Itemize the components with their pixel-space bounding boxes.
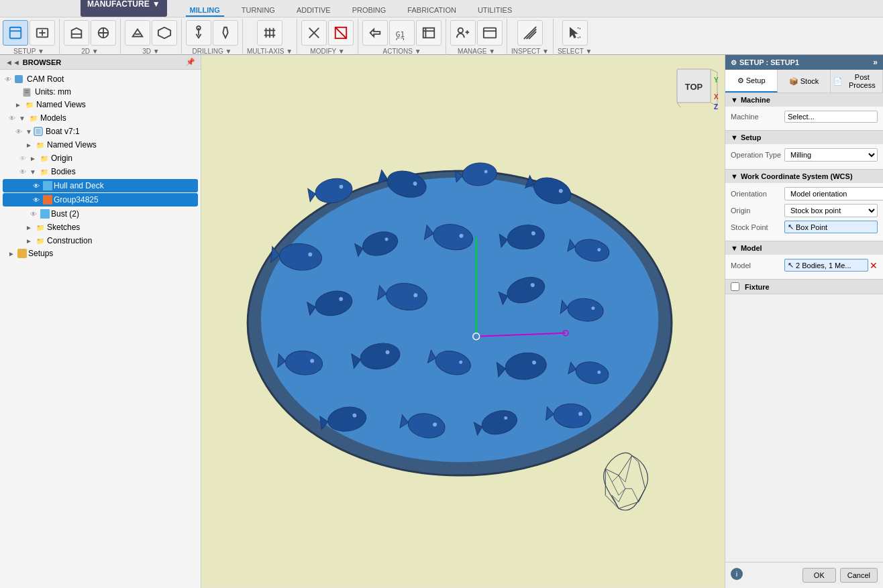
eye-icon-bust2[interactable]: 👁 bbox=[28, 209, 39, 219]
svg-rect-11 bbox=[423, 28, 435, 38]
inspect-btn[interactable] bbox=[517, 20, 543, 46]
bodies-label: Bodies bbox=[51, 167, 201, 176]
modify-btn-1[interactable] bbox=[301, 20, 327, 46]
machine-section-header[interactable]: ▼ Machine bbox=[725, 93, 883, 107]
operation-type-select[interactable]: Milling Turning Mill/Turn bbox=[784, 148, 878, 162]
operation-type-row: Operation Type Milling Turning Mill/Turn bbox=[731, 148, 878, 162]
tree-item-origin[interactable]: 👁 ► 📁 Origin bbox=[0, 152, 201, 165]
svg-point-97 bbox=[473, 333, 480, 340]
actions-btn-3[interactable] bbox=[416, 20, 442, 46]
arrow-origin: ► bbox=[28, 155, 38, 162]
tab-utilities[interactable]: UTILITIES bbox=[474, 5, 516, 17]
sketches-label: Sketches bbox=[47, 223, 201, 232]
eye-icon-group34825[interactable]: 👁 bbox=[31, 194, 42, 205]
eye-icon-cam-root[interactable]: 👁 bbox=[3, 74, 13, 84]
multiaxis-btn[interactable] bbox=[257, 20, 282, 46]
actions-btn-2[interactable]: G1 G2 bbox=[389, 20, 415, 46]
machine-section: ▼ Machine Machine Select... bbox=[725, 93, 883, 131]
drilling-btn-2[interactable] bbox=[213, 20, 238, 46]
eye-icon-bodies[interactable]: 👁 bbox=[17, 166, 28, 177]
tree-item-named-views[interactable]: ► 📁 Named Views bbox=[0, 98, 201, 111]
svg-line-103 bbox=[677, 103, 680, 107]
setup-btn-2[interactable] bbox=[30, 20, 55, 46]
manage-btn-1[interactable] bbox=[450, 20, 476, 46]
browser-header: ◄◄ BROWSER 📌 bbox=[0, 55, 201, 70]
tree-item-bust2[interactable]: 👁 Bust (2) bbox=[0, 207, 201, 221]
manage-group: MANAGE ▼ bbox=[450, 19, 507, 56]
post-process-tab-icon: 📄 bbox=[833, 77, 843, 86]
fixture-checkbox[interactable] bbox=[731, 282, 739, 291]
named-views-2-label: Named Views bbox=[47, 140, 201, 150]
tree-item-sketches[interactable]: ► 📁 Sketches bbox=[0, 221, 201, 234]
origin-select[interactable]: Stock box point Model origin Selected po… bbox=[784, 204, 878, 217]
browser-collapse-btn[interactable]: ◄◄ bbox=[5, 58, 20, 66]
construction-label: Construction bbox=[47, 236, 201, 245]
eye-icon-boat[interactable]: 👁 bbox=[13, 126, 24, 137]
tree-item-cam-root[interactable]: 👁 CAM Root bbox=[0, 72, 201, 86]
origin-label: Origin bbox=[51, 154, 201, 163]
model-label: Model bbox=[731, 261, 784, 270]
tool-buttons: SETUP ▼ 2D ▼ bbox=[0, 17, 883, 58]
drilling-btn[interactable] bbox=[186, 20, 211, 46]
tree-item-setups[interactable]: ► Setups bbox=[0, 247, 201, 259]
model-section: ▼ Model Model ↖ 2 Bodies, 1 Me... ✕ bbox=[725, 241, 883, 280]
machine-section-content: Machine Select... bbox=[725, 107, 883, 130]
setup-section-header[interactable]: ▼ Setup bbox=[725, 131, 883, 144]
svg-text:X: X bbox=[714, 93, 719, 101]
tree-item-units[interactable]: Units: mm bbox=[0, 86, 201, 98]
panel-tab-post-process[interactable]: 📄 Post Process bbox=[831, 70, 883, 93]
machine-select-btn[interactable]: Select... bbox=[784, 111, 878, 123]
panel-tab-setup[interactable]: ⚙ Setup bbox=[725, 70, 778, 93]
manage-btn-2[interactable] bbox=[477, 20, 503, 46]
panel-tabs: ⚙ Setup 📦 Stock 📄 Post Process bbox=[725, 70, 883, 93]
modify-btn-2[interactable] bbox=[328, 20, 354, 46]
arrow-sketches: ► bbox=[24, 224, 34, 231]
3d-group: 3D ▼ bbox=[125, 19, 182, 56]
model-section-header[interactable]: ▼ Model bbox=[725, 241, 883, 255]
tab-milling[interactable]: MILLING bbox=[186, 5, 224, 17]
eye-icon-origin[interactable]: 👁 bbox=[17, 153, 28, 164]
setup-btn-1[interactable] bbox=[3, 20, 28, 46]
2d-btn-2[interactable] bbox=[91, 20, 116, 46]
right-panel-expand-btn[interactable]: » bbox=[873, 58, 878, 67]
tree-item-models[interactable]: 👁 ▼ 📁 Models bbox=[0, 111, 201, 125]
model-field[interactable]: ↖ 2 Bodies, 1 Me... bbox=[784, 259, 868, 272]
orientation-cube[interactable]: TOP Y Z X bbox=[674, 66, 714, 106]
select-group: SELECT ▼ bbox=[558, 19, 596, 56]
tree-item-bodies[interactable]: 👁 ▼ 📁 Bodies bbox=[0, 165, 201, 178]
2d-btn-1[interactable] bbox=[64, 20, 89, 46]
eye-icon-hull-deck[interactable]: 👁 bbox=[31, 180, 42, 191]
tab-additive[interactable]: ADDITIVE bbox=[293, 5, 335, 17]
setup-section-content: Operation Type Milling Turning Mill/Turn bbox=[725, 144, 883, 169]
manufacture-button[interactable]: MANUFACTURE ▼ bbox=[81, 0, 167, 17]
viewport[interactable]: TOP Y Z X bbox=[201, 55, 725, 588]
cancel-button[interactable]: Cancel bbox=[840, 568, 878, 583]
tab-turning[interactable]: TURNING bbox=[238, 5, 279, 17]
fixture-section: Fixture bbox=[725, 280, 883, 294]
eye-icon-models[interactable]: 👁 bbox=[7, 113, 17, 123]
tab-fabrication[interactable]: FABRICATION bbox=[403, 5, 460, 17]
file-tree: 👁 CAM Root Units: mm ► 📁 Named Views 👁 ▼ bbox=[0, 70, 201, 588]
orientation-label: Orientation bbox=[731, 190, 784, 198]
ok-button[interactable]: OK bbox=[802, 568, 836, 583]
tree-item-hull-deck[interactable]: 👁 Hull and Deck bbox=[3, 179, 198, 192]
panel-spacer bbox=[725, 294, 883, 562]
3d-btn-1[interactable] bbox=[125, 20, 150, 46]
tab-probing[interactable]: PROBING bbox=[348, 5, 391, 17]
panel-tab-stock[interactable]: 📦 Stock bbox=[778, 70, 830, 93]
tree-item-construction[interactable]: ► 📁 Construction bbox=[0, 234, 201, 247]
wcs-section-header[interactable]: ▼ Work Coordinate System (WCS) bbox=[725, 170, 883, 183]
model-remove-btn[interactable]: ✕ bbox=[870, 261, 878, 270]
tree-item-boat[interactable]: 👁 ▼ Boat v7:1 bbox=[0, 125, 201, 138]
orientation-select[interactable]: Model orientation Select Z axis/plane & … bbox=[784, 187, 883, 200]
browser-pin-btn[interactable]: 📌 bbox=[186, 58, 195, 66]
fixture-section-header[interactable]: Fixture bbox=[725, 280, 883, 294]
tree-item-named-views-2[interactable]: ► 📁 Named Views bbox=[0, 138, 201, 152]
3d-btn-2[interactable] bbox=[152, 20, 177, 46]
info-icon[interactable]: i bbox=[731, 568, 743, 580]
actions-btn-1[interactable] bbox=[362, 20, 388, 46]
toolbar: MANUFACTURE ▼ MILLING TURNING ADDITIVE P… bbox=[0, 0, 883, 55]
tree-item-group34825[interactable]: 👁 Group34825 bbox=[3, 193, 198, 207]
stock-point-row: Stock Point ↖ Box Point bbox=[731, 221, 878, 233]
select-btn[interactable] bbox=[562, 20, 588, 46]
